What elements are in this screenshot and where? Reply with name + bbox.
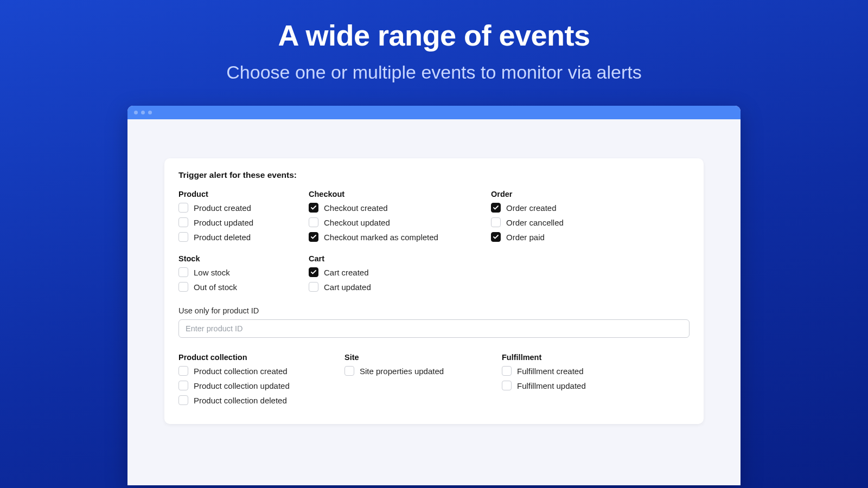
group-order: Order Order created Order cancelled Orde… <box>491 190 690 247</box>
option-out-of-stock[interactable]: Out of stock <box>178 282 309 292</box>
group-title: Product <box>178 190 309 198</box>
page-subtitle: Choose one or multiple events to monitor… <box>0 62 868 83</box>
option-label: Order cancelled <box>506 218 564 227</box>
option-label: Fulfillment created <box>517 367 584 376</box>
group-title: Stock <box>178 254 309 263</box>
option-label: Checkout created <box>324 203 388 213</box>
option-order-paid[interactable]: Order paid <box>491 232 690 242</box>
option-label: Low stock <box>194 268 230 277</box>
option-cart-updated[interactable]: Cart updated <box>309 282 491 292</box>
option-product-created[interactable]: Product created <box>178 203 309 213</box>
group-cart: Cart Cart created Cart updated <box>309 254 491 297</box>
group-title: Cart <box>309 254 491 263</box>
checkbox[interactable] <box>309 203 318 213</box>
option-label: Order created <box>506 203 557 213</box>
option-label: Checkout updated <box>324 218 390 227</box>
group-checkout: Checkout Checkout created Checkout updat… <box>309 190 491 247</box>
option-label: Order paid <box>506 233 545 242</box>
checkbox[interactable] <box>309 232 318 242</box>
group-title: Product collection <box>178 353 344 362</box>
window-dot-icon <box>134 111 138 114</box>
checkbox[interactable] <box>491 203 501 213</box>
option-label: Cart updated <box>324 282 371 292</box>
events-grid-top: Product Product created Product updated … <box>178 190 690 297</box>
window-dot-icon <box>141 111 145 114</box>
group-site: Site Site properties updated <box>344 353 502 410</box>
option-label: Product collection created <box>194 367 288 376</box>
hero: A wide range of events Choose one or mul… <box>0 0 868 83</box>
empty-cell <box>491 254 690 297</box>
option-label: Site properties updated <box>360 367 444 376</box>
option-checkout-completed[interactable]: Checkout marked as completed <box>309 232 491 242</box>
checkbox[interactable] <box>344 366 354 376</box>
checkbox[interactable] <box>178 381 188 390</box>
option-fulfillment-created[interactable]: Fulfillment created <box>502 366 690 376</box>
option-label: Fulfillment updated <box>517 381 586 390</box>
option-label: Product collection updated <box>194 381 290 390</box>
option-collection-created[interactable]: Product collection created <box>178 366 344 376</box>
option-label: Product updated <box>194 218 253 227</box>
checkbox[interactable] <box>502 366 512 376</box>
option-collection-deleted[interactable]: Product collection deleted <box>178 395 344 405</box>
group-title: Order <box>491 190 690 198</box>
window-dot-icon <box>148 111 152 114</box>
option-cart-created[interactable]: Cart created <box>309 267 491 277</box>
group-title: Checkout <box>309 190 491 198</box>
option-fulfillment-updated[interactable]: Fulfillment updated <box>502 381 690 390</box>
checkbox[interactable] <box>491 217 501 227</box>
option-label: Product created <box>194 203 251 213</box>
events-card: Trigger alert for these events: Product … <box>164 158 704 424</box>
card-title: Trigger alert for these events: <box>178 170 690 180</box>
events-grid-bottom: Product collection Product collection cr… <box>178 353 690 410</box>
option-label: Checkout marked as completed <box>324 233 438 242</box>
option-label: Product collection deleted <box>194 396 287 405</box>
option-checkout-updated[interactable]: Checkout updated <box>309 217 491 227</box>
group-title: Site <box>344 353 502 362</box>
option-product-deleted[interactable]: Product deleted <box>178 232 309 242</box>
option-order-created[interactable]: Order created <box>491 203 690 213</box>
checkbox[interactable] <box>178 203 188 213</box>
group-title: Fulfillment <box>502 353 690 362</box>
window-body: Trigger alert for these events: Product … <box>127 119 741 424</box>
group-product: Product Product created Product updated … <box>178 190 309 247</box>
option-collection-updated[interactable]: Product collection updated <box>178 381 344 390</box>
checkbox[interactable] <box>502 381 512 390</box>
product-id-label: Use only for product ID <box>178 306 690 315</box>
group-stock: Stock Low stock Out of stock <box>178 254 309 297</box>
option-order-cancelled[interactable]: Order cancelled <box>491 217 690 227</box>
checkbox[interactable] <box>309 267 318 277</box>
checkbox[interactable] <box>178 366 188 376</box>
checkbox[interactable] <box>491 232 501 242</box>
page-title: A wide range of events <box>0 18 868 52</box>
checkbox[interactable] <box>178 282 188 292</box>
checkbox[interactable] <box>309 282 318 292</box>
option-site-properties-updated[interactable]: Site properties updated <box>344 366 502 376</box>
option-checkout-created[interactable]: Checkout created <box>309 203 491 213</box>
checkbox[interactable] <box>309 217 318 227</box>
checkbox[interactable] <box>178 395 188 405</box>
checkbox[interactable] <box>178 232 188 242</box>
window-titlebar <box>127 106 741 119</box>
option-label: Out of stock <box>194 282 237 292</box>
product-id-input[interactable] <box>178 319 690 338</box>
app-window: Trigger alert for these events: Product … <box>127 106 741 485</box>
group-collection: Product collection Product collection cr… <box>178 353 344 410</box>
option-label: Cart created <box>324 268 369 277</box>
option-product-updated[interactable]: Product updated <box>178 217 309 227</box>
option-label: Product deleted <box>194 233 251 242</box>
checkbox[interactable] <box>178 217 188 227</box>
option-low-stock[interactable]: Low stock <box>178 267 309 277</box>
group-fulfillment: Fulfillment Fulfillment created Fulfillm… <box>502 353 690 410</box>
checkbox[interactable] <box>178 267 188 277</box>
